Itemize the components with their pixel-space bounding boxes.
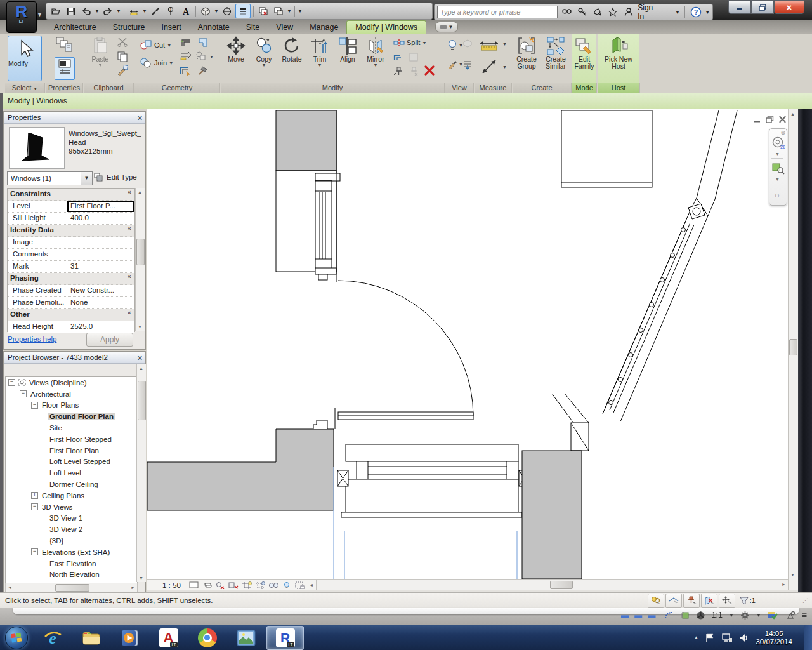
action-center-flag-icon[interactable] (705, 633, 715, 643)
temporary-hide-isolate-icon[interactable] (268, 580, 280, 590)
hide-crop-region-icon[interactable] (254, 580, 266, 590)
canvas-hscrollbar[interactable]: ► (316, 580, 788, 590)
tree-item-floor-plans[interactable]: −Floor Plans (6, 400, 137, 411)
temporary-view-properties-icon[interactable] (294, 580, 306, 590)
tab-insert[interactable]: Insert (153, 21, 189, 34)
section-icon[interactable] (220, 4, 234, 18)
bay-window-plan[interactable] (341, 444, 522, 517)
create-similar-button[interactable]: Create Similar (542, 34, 570, 70)
crop-view-icon[interactable] (241, 580, 253, 590)
group-identity-data[interactable]: Identity Data« (8, 225, 134, 237)
close-button[interactable]: × (774, 0, 804, 14)
view-scale-button[interactable]: 1 : 50 (162, 581, 181, 589)
redo-icon[interactable] (101, 4, 115, 18)
tab-site[interactable]: Site (238, 21, 268, 34)
shadows-icon[interactable] (228, 580, 240, 590)
panel-title-mode[interactable]: Mode (572, 83, 597, 93)
geometry-more-caret[interactable]: ▼ (209, 55, 214, 59)
project-browser-close-icon[interactable]: ✕ (137, 352, 143, 364)
select-by-face-toggle[interactable] (701, 594, 717, 608)
property-row-phase-created[interactable]: Phase CreatedNew Constr... (8, 285, 134, 297)
view-minimize-icon[interactable] (753, 116, 761, 123)
zoom-caret[interactable]: ▼ (775, 177, 780, 182)
properties-windows-icon[interactable] (55, 36, 74, 55)
customize-qat-caret[interactable]: ▼ (298, 8, 303, 14)
taskbar-photo-viewer[interactable] (228, 627, 264, 649)
view-restore-icon[interactable] (766, 116, 774, 123)
panel-title-measure[interactable]: Measure (475, 83, 512, 93)
resize-grip[interactable]: ⋰ (802, 597, 808, 604)
wall-top-gray[interactable] (276, 110, 336, 171)
properties-help-link[interactable]: Properties help (8, 335, 56, 343)
group-phasing[interactable]: Phasing« (8, 273, 134, 285)
drag-on-selection-toggle[interactable] (719, 594, 735, 608)
wall-bottom-left[interactable] (147, 429, 334, 510)
delete-icon[interactable] (424, 65, 435, 76)
offset-icon[interactable] (179, 51, 193, 61)
modify-tool-button[interactable]: Modify (8, 36, 42, 81)
demolish-hammer-icon[interactable] (197, 65, 209, 76)
override-graphics-icon[interactable] (447, 60, 457, 70)
switch-windows-icon[interactable] (272, 4, 285, 18)
tree-item-3d-view-2[interactable]: 3D View 2 (6, 524, 137, 535)
property-row-sill-height[interactable]: Sill Height400.0 (8, 213, 134, 225)
property-row-comments[interactable]: Comments (8, 249, 134, 261)
tray-expand-icon[interactable]: ▲ (694, 635, 699, 640)
edit-family-button[interactable]: Edit Family (570, 34, 598, 70)
select-links-toggle[interactable] (648, 594, 664, 608)
minimize-button[interactable] (728, 0, 751, 14)
hide-caret[interactable]: ▼ (459, 43, 463, 48)
tree-item-3d-views[interactable]: −3D Views (6, 501, 137, 513)
tree-item-3d[interactable]: {3D} (6, 535, 137, 547)
type-selector-combo[interactable]: Windows (1) ▼ (7, 171, 93, 185)
restore-button[interactable] (751, 0, 774, 14)
tree-item-first-floor-plan[interactable]: First Floor Plan (6, 445, 137, 456)
save-icon[interactable] (64, 4, 78, 18)
group-other[interactable]: Other« (8, 309, 134, 321)
select-pinned-toggle[interactable] (683, 594, 700, 608)
move-button[interactable]: Move (222, 34, 250, 63)
drawing-area[interactable]: ⊗ 2D ▼ ▼ ⊖ ▲ ▼ 1 : 50 ◄ (147, 109, 798, 592)
network-icon[interactable] (721, 633, 733, 643)
tree-item-architectural[interactable]: −Architectural (6, 388, 137, 400)
wall-notch-outline[interactable] (313, 420, 327, 429)
panel-title-clipboard[interactable]: Clipboard (84, 83, 134, 93)
group-constraints[interactable]: Constraints« (8, 189, 134, 201)
copy-button[interactable]: Copy ▼ (250, 34, 278, 67)
canvas-vscrollbar[interactable]: ▲ ▼ (788, 109, 798, 590)
array-icon[interactable] (409, 52, 419, 62)
default-3d-view-icon[interactable] (199, 4, 213, 18)
copy-to-clipboard-icon[interactable] (117, 51, 128, 62)
mirror-button[interactable]: Mirror ▼ (362, 34, 390, 67)
wheel-caret[interactable]: ▼ (775, 152, 780, 156)
match-type-icon[interactable] (117, 65, 128, 76)
taskbar-revit-lt[interactable]: R LT (266, 626, 304, 650)
close-hidden-windows-icon[interactable] (256, 4, 270, 18)
tray-clock[interactable]: 14:05 30/07/2014 (756, 630, 792, 646)
tree-item-3d-view-1[interactable]: 3D View 1 (6, 513, 137, 524)
tab-structure[interactable]: Structure (105, 21, 154, 34)
property-row-phase-demolished[interactable]: Phase Demoli...None (8, 297, 134, 309)
tab-modify-windows[interactable]: Modify | Windows (346, 20, 426, 34)
visual-style-icon[interactable] (201, 580, 213, 590)
tree-item-east-elevation[interactable]: East Elevation (6, 558, 137, 569)
cut-geometry-button[interactable]: Cut▼ (140, 39, 171, 51)
panel-title-geometry[interactable]: Geometry (134, 83, 220, 93)
wall-bottom-right[interactable] (522, 451, 582, 579)
trim-button[interactable]: Trim ▼ (306, 34, 334, 67)
tree-item-elevations[interactable]: −Elevations (Ext SHA) (6, 547, 137, 558)
show-desktop-button[interactable] (804, 625, 812, 650)
select-underlay-toggle[interactable] (665, 594, 682, 608)
tree-item-views[interactable]: −Views (Discipline) (6, 377, 137, 388)
switch-windows-caret[interactable]: ▼ (287, 8, 292, 14)
taskbar-autocad-lt[interactable]: A LT (150, 627, 187, 649)
pick-new-host-button[interactable]: Pick New Host (605, 34, 632, 70)
project-browser-header[interactable]: Project Browser - 7433 model2 ✕ (4, 352, 145, 364)
measure-caret[interactable]: ▼ (142, 8, 147, 14)
tree-item-site[interactable]: Site (6, 422, 137, 434)
tree-item-dormer-ceiling[interactable]: Dormer Ceiling (6, 479, 137, 490)
rotate-button[interactable]: Rotate (278, 34, 306, 63)
view-close-icon[interactable] (778, 116, 787, 123)
split-button[interactable]: Split▼ (393, 38, 426, 47)
panel-title-host[interactable]: Host (598, 83, 640, 93)
